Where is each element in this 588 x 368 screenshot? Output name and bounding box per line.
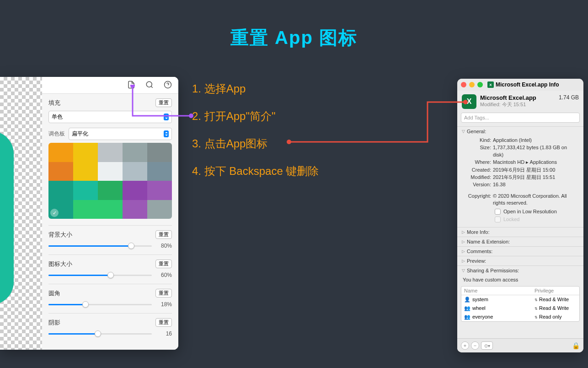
color-swatch[interactable] <box>48 181 73 200</box>
search-icon[interactable] <box>145 81 154 89</box>
color-swatch[interactable] <box>73 200 98 219</box>
color-swatch[interactable] <box>123 181 147 200</box>
permission-row[interactable]: 👥wheel⇅Read & Write <box>461 304 579 313</box>
minimize-button[interactable] <box>469 82 475 87</box>
slider-thumb[interactable] <box>82 301 89 308</box>
slider-track[interactable] <box>48 333 152 335</box>
perm-access-text: You have custom access <box>457 275 583 284</box>
open-low-res-checkbox[interactable] <box>495 209 501 215</box>
color-swatch[interactable] <box>98 143 123 162</box>
slider-reset-button[interactable]: 重置 <box>155 230 172 239</box>
check-icon: ✓ <box>50 209 59 217</box>
dropdown-arrow-icon <box>164 130 169 137</box>
window-titlebar: X Microsoft Excel.app Info <box>457 79 583 91</box>
color-swatch[interactable] <box>73 181 98 200</box>
comments-section-header[interactable]: ▷Comments: <box>457 246 583 256</box>
color-swatch-grid: ✓ <box>48 143 172 219</box>
nameext-section-header[interactable]: ▷Name & Extension: <box>457 237 583 246</box>
zoom-button[interactable] <box>477 82 483 87</box>
steps-list: 1. 选择App 2. 打开App"简介" 3. 点击App图标 4. 按下 B… <box>192 81 319 191</box>
window-title: X Microsoft Excel.app Info <box>487 81 559 88</box>
slider-label: 圆角 <box>48 289 60 298</box>
step-2: 2. 打开App"简介" <box>192 109 319 124</box>
moreinfo-section-header[interactable]: ▷More Info: <box>457 227 583 237</box>
window-title-text: Microsoft Excel.app Info <box>496 81 559 88</box>
step-3: 3. 点击App图标 <box>192 136 319 151</box>
color-swatch[interactable] <box>73 143 98 162</box>
color-mode-dropdown[interactable]: 单色 <box>48 111 172 123</box>
icon-shape-preview <box>0 131 14 305</box>
color-swatch[interactable] <box>147 200 172 219</box>
user-icon: 👥 <box>464 314 470 320</box>
color-swatch[interactable] <box>48 143 73 162</box>
locked-checkbox[interactable] <box>495 216 501 222</box>
slider-reset-button[interactable]: 重置 <box>155 289 172 298</box>
app-icon[interactable]: X <box>462 94 476 109</box>
palette-style-value: 扁平化 <box>72 130 88 138</box>
app-modified: Modified: 今天 15:51 <box>480 101 579 108</box>
color-mode-value: 单色 <box>52 113 63 121</box>
user-icon: 👥 <box>464 305 470 311</box>
color-swatch[interactable] <box>147 181 172 200</box>
color-swatch[interactable] <box>123 200 147 219</box>
slider-track[interactable] <box>48 275 152 276</box>
slider-reset-button[interactable]: 重置 <box>155 260 172 268</box>
slider-thumb[interactable] <box>107 272 114 278</box>
slider-label: 背景大小 <box>48 231 72 239</box>
sharing-section-header[interactable]: ▽Sharing & Permissions: <box>457 265 583 275</box>
slider-label: 阴影 <box>48 319 60 327</box>
icon-editor-panel: 填充 重置 单色 调色板 扁平化 ✓ 背景大小 重置 80% <box>0 77 178 350</box>
color-swatch[interactable] <box>98 200 123 219</box>
color-swatch[interactable] <box>73 162 98 181</box>
slider-value: 80% <box>157 243 172 249</box>
icon-preview-area <box>0 77 42 350</box>
document-icon[interactable] <box>127 81 135 89</box>
dropdown-arrow-icon <box>164 114 169 120</box>
general-section-header[interactable]: ▽General: <box>457 126 583 136</box>
slider-thumb[interactable] <box>95 330 101 337</box>
help-icon[interactable] <box>164 81 172 89</box>
preview-section-header[interactable]: ▷Preview: <box>457 256 583 265</box>
slider-label: 图标大小 <box>48 260 72 268</box>
color-swatch[interactable] <box>147 143 172 162</box>
main-title: 重置 App 图标 <box>230 25 358 50</box>
close-button[interactable] <box>461 82 466 87</box>
permissions-table: Name Privilege 👤system⇅Read & Write👥whee… <box>461 286 580 322</box>
palette-label: 调色板 <box>48 130 65 138</box>
tags-input[interactable]: Add Tags... <box>461 113 580 123</box>
slider-value: 60% <box>157 272 172 278</box>
permission-row[interactable]: 👤system⇅Read & Write <box>461 295 579 304</box>
user-icon: 👤 <box>464 297 470 303</box>
step-1: 1. 选择App <box>192 81 319 96</box>
color-swatch[interactable] <box>98 162 123 181</box>
remove-button[interactable]: − <box>471 341 479 350</box>
svg-line-1 <box>151 86 152 87</box>
slider-value: 18% <box>157 301 172 308</box>
fill-reset-button[interactable]: 重置 <box>155 98 172 107</box>
slider-track[interactable] <box>48 304 152 305</box>
app-name: Microsoft Excel.app <box>480 94 536 101</box>
color-swatch[interactable] <box>123 162 147 181</box>
getinfo-window: X Microsoft Excel.app Info X Microsoft E… <box>457 79 583 352</box>
slider-thumb[interactable] <box>128 243 134 249</box>
excel-icon-small: X <box>487 81 494 88</box>
editor-toolbar <box>42 77 178 94</box>
color-swatch[interactable] <box>98 181 123 200</box>
add-button[interactable]: + <box>461 341 469 350</box>
permission-row[interactable]: 👥everyone⇅Read only <box>461 313 579 321</box>
app-size: 1.74 GB <box>559 94 579 101</box>
perm-toolbar: + − ⊙▾ 🔒 <box>457 338 583 352</box>
svg-point-0 <box>146 81 152 87</box>
color-swatch[interactable] <box>123 143 147 162</box>
slider-value: 16 <box>157 330 172 337</box>
palette-style-dropdown[interactable]: 扁平化 <box>69 128 172 140</box>
slider-reset-button[interactable]: 重置 <box>155 318 172 327</box>
fill-label: 填充 <box>48 99 60 107</box>
slider-track[interactable] <box>48 245 152 247</box>
color-swatch[interactable]: ✓ <box>48 200 73 219</box>
action-menu-button[interactable]: ⊙▾ <box>481 341 493 350</box>
lock-icon[interactable]: 🔒 <box>572 342 580 349</box>
step-4: 4. 按下 Backspace 键删除 <box>192 164 319 179</box>
color-swatch[interactable] <box>48 162 73 181</box>
color-swatch[interactable] <box>147 162 172 181</box>
